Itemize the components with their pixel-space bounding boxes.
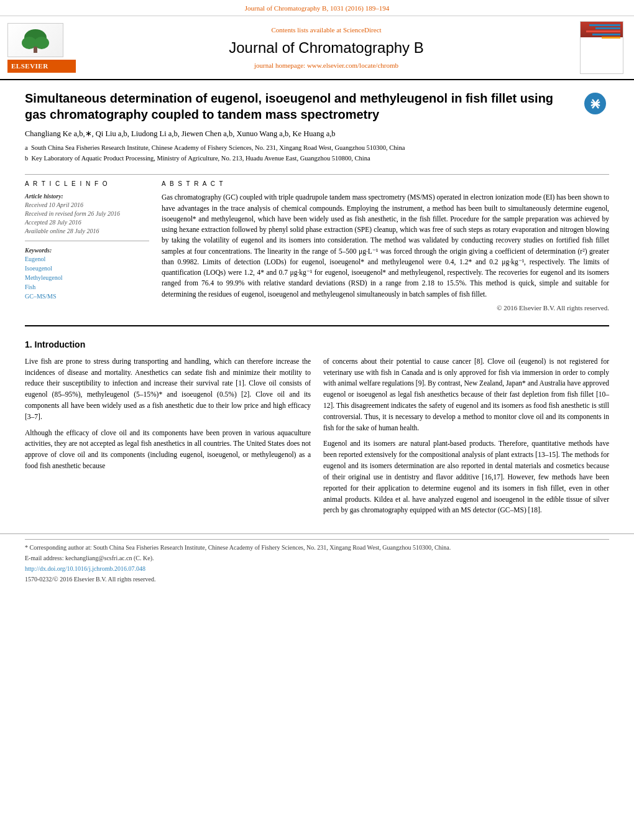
article-body: 1. Introduction Live fish are prone to s… <box>0 326 634 533</box>
intro-left-col: Live fish are prone to stress during tra… <box>25 356 311 521</box>
abstract-column: A B S T R A C T Gas chromatography (GC) … <box>162 180 609 313</box>
crossmark-area <box>584 90 609 114</box>
abstract-text: Gas chromatography (GC) coupled with tri… <box>162 192 609 300</box>
consists-text: consists <box>279 379 301 387</box>
intro-para-1: Live fish are prone to stress during tra… <box>25 356 311 423</box>
doi-line: http://dx.doi.org/10.1016/j.jchromb.2016… <box>25 565 609 573</box>
title-row: Simultaneous determination of eugenol, i… <box>25 90 609 169</box>
cover-line-1 <box>589 24 620 26</box>
title-area: Simultaneous determination of eugenol, i… <box>25 90 578 169</box>
divider-keywords <box>25 241 149 241</box>
journal-reference-bar: Journal of Chromatography B, 1031 (2016)… <box>0 0 634 16</box>
abstract-heading: A B S T R A C T <box>162 180 609 188</box>
cover-lines <box>586 24 620 39</box>
cover-line-5 <box>602 37 620 39</box>
journal-top-reference: Journal of Chromatography B, 1031 (2016)… <box>245 4 390 12</box>
footnote-area: * Corresponding author at: South China S… <box>0 533 634 592</box>
keyword-4: Fish <box>25 283 149 292</box>
journal-homepage-line: journal homepage: www.elsevier.com/locat… <box>82 61 571 70</box>
svg-rect-3 <box>34 47 37 53</box>
info-section: A R T I C L E I N F O Article history: R… <box>25 180 609 313</box>
doi-link[interactable]: http://dx.doi.org/10.1016/j.jchromb.2016… <box>25 565 145 572</box>
journal-header: ELSEVIER Contents lists available at Sci… <box>0 16 634 80</box>
keyword-3: Methyleugenol <box>25 274 149 282</box>
keyword-5: GC–MS/MS <box>25 292 149 301</box>
article-info-heading: A R T I C L E I N F O <box>25 180 149 188</box>
article-history: Article history: Received 10 April 2016 … <box>25 192 149 236</box>
homepage-url[interactable]: www.elsevier.com/locate/chromb <box>307 62 398 69</box>
journal-cover-image <box>580 21 623 74</box>
intro-para-4: Eugenol and its isomers are natural plan… <box>323 438 609 516</box>
article-header-section: Simultaneous determination of eugenol, i… <box>0 80 634 325</box>
copyright-line: © 2016 Elsevier B.V. All rights reserved… <box>162 303 609 313</box>
cover-line-4 <box>592 34 620 35</box>
accepted-date: Accepted 28 July 2016 <box>25 218 149 227</box>
article-info-column: A R T I C L E I N F O Article history: R… <box>25 180 149 313</box>
intro-right-col: of concerns about their potential to cau… <box>323 356 609 521</box>
keyword-2: Isoeugenol <box>25 264 149 273</box>
journal-logo-area: ELSEVIER <box>7 21 76 74</box>
article-title: Simultaneous determination of eugenol, i… <box>25 90 578 122</box>
authors-line: Changliang Ke a,b,∗, Qi Liu a,b, Liudong… <box>25 129 578 140</box>
affil-b: b Key Laboratory of Aquatic Product Proc… <box>25 154 578 164</box>
journal-center-info: Contents lists available at ScienceDirec… <box>82 21 571 74</box>
journal-title: Journal of Chromatography B <box>82 37 571 58</box>
elsevier-logo: ELSEVIER <box>7 60 76 73</box>
available-date: Available online 28 July 2016 <box>25 227 149 236</box>
corresponding-author-note: * Corresponding author at: South China S… <box>25 543 609 552</box>
footnote-divider <box>25 539 609 540</box>
sciencedirect-label[interactable]: ScienceDirect <box>343 26 382 34</box>
received-date: Received 10 April 2016 <box>25 201 149 210</box>
keywords-section: Keywords: Eugenol Isoeugenol Methyleugen… <box>25 246 149 301</box>
crossmark-icon <box>584 93 606 114</box>
intro-para-3: of concerns about their potential to cau… <box>323 356 609 434</box>
email-note: E-mail address: kechangliang@scsfri.ac.c… <box>25 554 609 563</box>
issn-line: 1570-0232/© 2016 Elsevier B.V. All right… <box>25 575 609 584</box>
revised-date: Received in revised form 26 July 2016 <box>25 210 149 218</box>
cover-line-2 <box>595 27 620 29</box>
divider-1 <box>25 174 609 175</box>
tree-logo <box>7 23 63 57</box>
keywords-label: Keywords: <box>25 247 52 254</box>
history-label: Article history: <box>25 193 63 200</box>
affiliations: a South China Sea Fisheries Research Ins… <box>25 144 578 163</box>
keyword-1: Eugenol <box>25 255 149 264</box>
sciencedirect-line: Contents lists available at ScienceDirec… <box>82 25 571 35</box>
journal-cover <box>577 21 627 74</box>
introduction-title: 1. Introduction <box>25 339 609 351</box>
introduction-body: Live fish are prone to stress during tra… <box>25 356 609 521</box>
affil-a: a South China Sea Fisheries Research Ins… <box>25 144 578 153</box>
cover-line-3 <box>586 30 620 32</box>
intro-para-2: Although the efficacy of clove oil and i… <box>25 428 311 472</box>
